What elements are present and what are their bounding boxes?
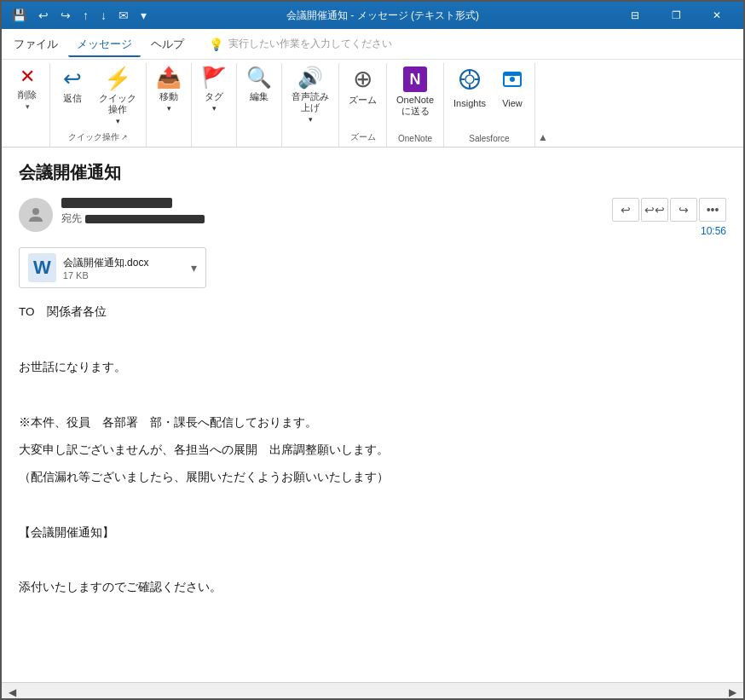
body-line10: 添付いたしますのでご確認ください。: [19, 577, 726, 598]
to-label: 宛先: [61, 211, 82, 226]
search-box[interactable]: 💡 実行したい作業を入力してください: [201, 32, 400, 55]
menu-help[interactable]: ヘルプ: [142, 32, 193, 57]
title-bar: 💾 ↩ ↪ ↑ ↓ ✉ ▾ 会議開催通知 - メッセージ (テキスト形式) ⊟ …: [2, 2, 743, 29]
ribbon-group-move: 📤 移動 ▾: [147, 63, 192, 147]
menu-file[interactable]: ファイル: [5, 32, 66, 57]
recipient-name-redacted: [85, 215, 205, 223]
reply-icon: ↩: [63, 67, 82, 90]
close-btn[interactable]: ✕: [697, 2, 736, 29]
redo-icon[interactable]: ↪: [57, 7, 74, 24]
tags-button[interactable]: 🚩 タグ ▾: [195, 63, 233, 121]
quick-action-button[interactable]: ⚡ クイック操作 ▾: [93, 63, 142, 130]
reply-all-email-btn[interactable]: ↩↩: [641, 198, 668, 222]
ribbon: ✕ 削除 ▾ ↩ 返信 ⚡ クイック操作 ▾ クイッ: [2, 60, 743, 148]
tags-label: タグ: [205, 91, 223, 102]
move-dropdown-icon: ▾: [167, 104, 171, 113]
onenote-label: OneNoteに送る: [396, 95, 434, 117]
ribbon-collapse-btn[interactable]: ▲: [535, 131, 551, 143]
sender-details: 宛先: [61, 198, 205, 226]
zoom-group-items: ⊕ ズーム: [343, 63, 383, 130]
tags-dropdown-icon: ▾: [212, 104, 217, 113]
minimize-btn[interactable]: ⊟: [615, 2, 655, 29]
insights-button[interactable]: Insights: [448, 63, 492, 121]
title-bar-left: 💾 ↩ ↪ ↑ ↓ ✉ ▾: [9, 7, 150, 24]
move-group-items: 📤 移動 ▾: [150, 63, 188, 142]
ribbon-groups: ✕ 削除 ▾ ↩ 返信 ⚡ クイック操作 ▾ クイッ: [2, 63, 743, 147]
reply-group-label: クイック操作 ↗: [54, 131, 142, 143]
window-title: 会議開催通知 - メッセージ (テキスト形式): [286, 9, 479, 23]
delete-label: 削除: [18, 90, 37, 101]
body-line9: [19, 550, 726, 570]
onenote-button[interactable]: N OneNoteに送る: [390, 63, 440, 121]
insights-icon: [458, 67, 482, 95]
speech-group-items: 🔊 音声読み上げ ▾: [286, 63, 335, 142]
attachment-expand-icon[interactable]: ▾: [191, 261, 197, 275]
onenote-group-label-text: OneNote: [398, 134, 432, 143]
view-icon: [500, 67, 524, 95]
attachment-docx-icon: W: [28, 253, 56, 282]
email-timestamp: 10:56: [701, 225, 726, 237]
zoom-icon: ⊕: [353, 67, 372, 91]
view-button[interactable]: View: [494, 63, 531, 121]
body-line8: 【会議開催通知】: [19, 523, 726, 543]
scroll-left-btn[interactable]: ◀: [9, 686, 16, 698]
speech-icon: 🔊: [297, 67, 323, 88]
reply-group-items: ↩ 返信 ⚡ クイック操作 ▾: [54, 63, 142, 130]
move-icon: 📤: [156, 67, 182, 88]
forward-email-btn[interactable]: ↪: [670, 198, 697, 222]
mail-icon[interactable]: ✉: [115, 7, 132, 24]
sender-to-row: 宛先: [61, 211, 205, 226]
down-icon[interactable]: ↓: [97, 7, 110, 24]
ribbon-group-onenote: N OneNoteに送る OneNote: [387, 63, 444, 147]
onenote-icon: N: [403, 67, 427, 91]
undo-icon[interactable]: ↩: [35, 7, 52, 24]
ribbon-group-tags: 🚩 タグ ▾: [192, 63, 237, 147]
edit-button[interactable]: 🔍 編集: [240, 63, 278, 121]
svg-rect-8: [504, 72, 521, 76]
attachment-box[interactable]: W 会議開催通知.docx 17 KB ▾: [19, 247, 206, 288]
menu-message[interactable]: メッセージ: [68, 32, 141, 57]
reply-button[interactable]: ↩ 返信: [54, 63, 91, 121]
quick-dropdown-icon: ▾: [116, 117, 120, 125]
reply-group-expand-icon[interactable]: ↗: [121, 133, 128, 142]
insights-group-items: Insights View: [448, 63, 531, 132]
body-line1: [19, 330, 726, 350]
body-line2: お世話になります。: [19, 357, 726, 378]
quick-action-label: クイック操作: [99, 93, 136, 115]
sender-info: 宛先: [19, 198, 205, 232]
body-line5: 大変申し訳ございませんが、各担当への展開 出席調整願いします。: [19, 440, 726, 460]
zoom-label: ズーム: [349, 95, 377, 106]
email-body: TO 関係者各位 お世話になります。 ※本件、役員 各部署 部・課長へ配信してお…: [19, 302, 726, 598]
attachment-filesize: 17 KB: [63, 270, 191, 281]
attachment-details: 会議開催通知.docx 17 KB: [63, 256, 191, 281]
body-greeting: TO 関係者各位: [19, 302, 726, 322]
ribbon-group-delete: ✕ 削除 ▾: [5, 63, 50, 147]
more-tools-icon[interactable]: ▾: [137, 7, 150, 24]
zoom-group-label: ズーム: [343, 131, 383, 143]
menu-bar: ファイル メッセージ ヘルプ 💡 実行したい作業を入力してください: [2, 29, 743, 60]
zoom-button[interactable]: ⊕ ズーム: [343, 63, 383, 121]
maximize-btn[interactable]: ❐: [656, 2, 696, 29]
status-bar: ◀ ▶: [2, 682, 743, 700]
search-placeholder: 実行したい作業を入力してください: [228, 37, 392, 51]
email-actions-row: ↩ ↩↩ ↪ ••• 10:56: [612, 198, 726, 237]
body-line4: ※本件、役員 各部署 部・課長へ配信しております。: [19, 413, 726, 433]
insights-label: Insights: [453, 98, 486, 109]
avatar: [19, 198, 53, 232]
salesforce-group-label: Salesforce: [448, 134, 531, 143]
body-line6: （配信漏れ等ございましたら、展開いただくようお願いいたします）: [19, 467, 726, 488]
onenote-group-label: OneNote: [390, 134, 440, 143]
up-icon[interactable]: ↑: [79, 7, 92, 24]
ribbon-group-zoom: ⊕ ズーム ズーム: [339, 63, 387, 147]
tags-icon: 🚩: [201, 67, 227, 88]
move-label: 移動: [159, 91, 178, 102]
move-button[interactable]: 📤 移動 ▾: [150, 63, 188, 121]
salesforce-label-text: Salesforce: [469, 134, 509, 143]
scroll-right-btn[interactable]: ▶: [729, 686, 736, 698]
save-icon[interactable]: 💾: [9, 7, 30, 24]
reply-email-btn[interactable]: ↩: [612, 198, 639, 222]
speech-button[interactable]: 🔊 音声読み上げ ▾: [286, 63, 335, 128]
more-actions-btn[interactable]: •••: [699, 198, 726, 222]
delete-button[interactable]: ✕ 削除 ▾: [9, 63, 46, 121]
ribbon-group-reply: ↩ 返信 ⚡ クイック操作 ▾ クイック操作 ↗: [50, 63, 147, 147]
